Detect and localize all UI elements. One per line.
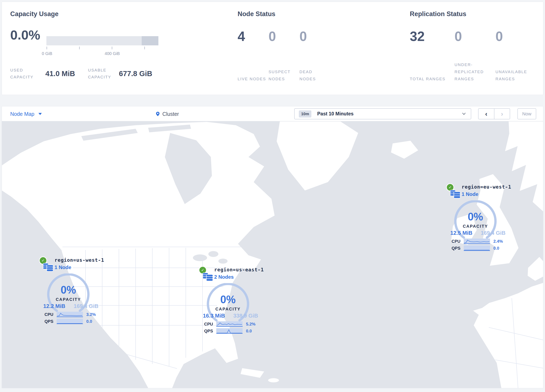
suspect-nodes-count: 0 bbox=[268, 29, 299, 44]
capacity-percent: 0% bbox=[202, 293, 254, 306]
cpu-value: 5.2% bbox=[246, 322, 256, 327]
region-badge-us-west-1[interactable]: ✓ region=us-west-1 1 Node 0% CAPACITY 12… bbox=[39, 256, 102, 327]
under-replicated-ranges-label: UNDER-REPLICATED RANGES bbox=[454, 61, 495, 83]
node-count: 1 Node bbox=[462, 191, 478, 197]
suspect-nodes-label: SUSPECT NODES bbox=[268, 68, 299, 83]
cluster-summary-panel: Capacity Usage 0.0% 0 GiB 400 GiB USED C… bbox=[2, 2, 543, 95]
total-ranges-count: 32 bbox=[410, 29, 454, 44]
region-badge-eu-west-1[interactable]: ✓ region=eu-west-1 1 Node 0% CAPACITY 12… bbox=[446, 182, 509, 254]
qps-value: 0.0 bbox=[493, 246, 499, 251]
qps-value: 0.0 bbox=[246, 329, 252, 333]
cpu-label: CPU bbox=[44, 312, 57, 317]
capacity-tick-label-0: 0 GiB bbox=[38, 51, 56, 56]
capacity-usage-title: Capacity Usage bbox=[10, 10, 58, 18]
cpu-value: 3.2% bbox=[86, 312, 96, 317]
capacity-bar-axis bbox=[46, 47, 158, 50]
region-badge-us-east-1[interactable]: ✓ region=us-east-1 2 Nodes 0% CAPACITY 1… bbox=[199, 265, 261, 337]
cpu-sparkline bbox=[464, 239, 490, 244]
capacity-bar-segment bbox=[142, 36, 158, 45]
live-nodes-label: LIVE NODES bbox=[238, 75, 268, 83]
used-capacity: 16.3 MiB bbox=[203, 312, 225, 319]
capacity-percent: 0% bbox=[449, 211, 502, 223]
time-stepper: ‹ › bbox=[478, 108, 510, 119]
replication-status-labels: TOTAL RANGES UNDER-REPLICATED RANGES UNA… bbox=[410, 60, 539, 83]
now-button[interactable]: Now bbox=[517, 108, 536, 119]
map-pin-icon bbox=[155, 112, 160, 117]
used-capacity-value: 41.0 MiB bbox=[45, 69, 75, 78]
capacity-percent: 0% bbox=[42, 284, 95, 296]
time-range-label: Past 10 Minutes bbox=[317, 111, 353, 117]
qps-label: QPS bbox=[44, 319, 57, 324]
node-count: 2 Nodes bbox=[214, 274, 234, 280]
cpu-label: CPU bbox=[452, 239, 464, 244]
unavailable-ranges-count: 0 bbox=[495, 29, 539, 44]
qps-label: QPS bbox=[204, 329, 216, 333]
total-capacity: 169.4 GiB bbox=[481, 230, 506, 236]
usable-capacity-value: 677.8 GiB bbox=[119, 69, 152, 78]
database-nodes-icon bbox=[450, 188, 461, 199]
total-capacity: 169.4 GiB bbox=[74, 303, 99, 309]
usable-capacity-label: USABLE CAPACITY bbox=[88, 67, 119, 81]
cpu-value: 2.4% bbox=[493, 239, 503, 244]
capacity-gauge-label: CAPACITY bbox=[449, 224, 502, 229]
region-name: region=us-east-1 bbox=[214, 267, 264, 272]
node-status-numbers: 4 0 0 bbox=[238, 29, 330, 44]
node-count: 1 Node bbox=[55, 264, 71, 270]
region-name: region=us-west-1 bbox=[55, 257, 104, 263]
under-replicated-ranges-count: 0 bbox=[454, 29, 495, 44]
qps-value: 0.0 bbox=[86, 319, 92, 324]
chevron-down-icon bbox=[38, 113, 42, 115]
map-toolbar: Node Map Cluster 10m Past 10 Minutes ‹ ›… bbox=[2, 106, 543, 121]
live-nodes-count: 4 bbox=[238, 29, 268, 44]
view-mode-dropdown[interactable]: Node Map bbox=[10, 106, 42, 121]
capacity-usage-bar bbox=[46, 36, 158, 45]
time-forward-button[interactable]: › bbox=[495, 109, 510, 119]
time-range-badge: 10m bbox=[299, 110, 311, 118]
breadcrumb[interactable]: Cluster bbox=[155, 106, 179, 121]
replication-status-title: Replication Status bbox=[410, 10, 466, 18]
qps-sparkline bbox=[216, 328, 243, 334]
database-nodes-icon bbox=[43, 261, 54, 272]
breadcrumb-cluster: Cluster bbox=[162, 111, 179, 117]
node-map-page: Capacity Usage 0.0% 0 GiB 400 GiB USED C… bbox=[0, 0, 545, 392]
total-ranges-label: TOTAL RANGES bbox=[410, 75, 454, 83]
qps-label: QPS bbox=[452, 246, 464, 251]
chevron-down-icon bbox=[462, 112, 466, 115]
time-back-button[interactable]: ‹ bbox=[478, 109, 495, 119]
total-capacity: 338.9 GiB bbox=[233, 312, 258, 319]
view-mode-label: Node Map bbox=[10, 111, 34, 117]
capacity-gauge-label: CAPACITY bbox=[202, 307, 254, 311]
capacity-tick-label-400: 400 GiB bbox=[103, 51, 121, 56]
capacity-used-percent: 0.0% bbox=[10, 27, 40, 43]
region-name: region=eu-west-1 bbox=[462, 184, 511, 190]
qps-sparkline bbox=[464, 245, 490, 251]
dead-nodes-label: DEAD NODES bbox=[299, 68, 330, 83]
cpu-sparkline bbox=[216, 321, 243, 327]
unavailable-ranges-label: UNAVAILABLE RANGES bbox=[495, 68, 539, 83]
replication-status-numbers: 32 0 0 bbox=[410, 29, 539, 44]
cpu-label: CPU bbox=[204, 322, 216, 327]
node-status-labels: LIVE NODES SUSPECT NODES DEAD NODES bbox=[238, 60, 330, 83]
world-map bbox=[2, 121, 543, 388]
cpu-sparkline bbox=[57, 312, 83, 317]
node-status-title: Node Status bbox=[238, 10, 275, 18]
qps-sparkline bbox=[57, 319, 83, 324]
used-capacity: 12.5 MiB bbox=[450, 230, 472, 236]
time-range-select[interactable]: 10m Past 10 Minutes bbox=[294, 108, 471, 119]
capacity-gauge-label: CAPACITY bbox=[42, 297, 95, 302]
used-capacity: 12.2 MiB bbox=[43, 303, 65, 309]
database-nodes-icon bbox=[203, 271, 213, 282]
used-capacity-label: USED CAPACITY bbox=[10, 67, 45, 81]
node-map: ✓ region=us-west-1 1 Node 0% CAPACITY 12… bbox=[2, 121, 543, 388]
dead-nodes-count: 0 bbox=[299, 29, 330, 44]
